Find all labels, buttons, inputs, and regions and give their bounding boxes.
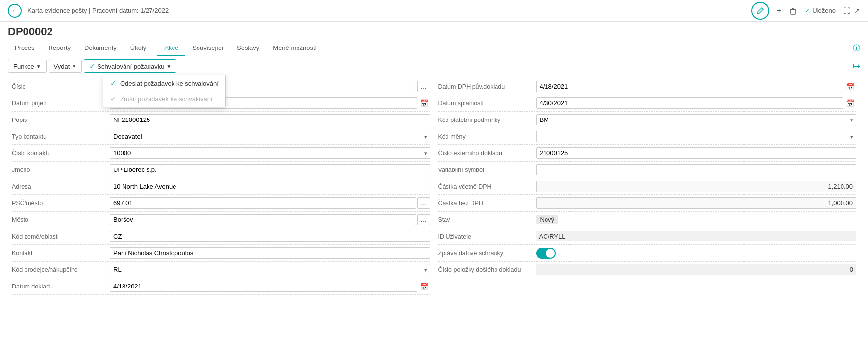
tab-mene[interactable]: Méně možností [266, 40, 323, 56]
mesto-dots-btn[interactable]: … [417, 214, 430, 225]
field-stav: Stav Nový [438, 212, 857, 228]
tab-bar: Proces Reporty Dokumenty Úkoly Akce Souv… [0, 40, 868, 56]
typ-kontaktu-select[interactable]: Dodavatel [110, 131, 430, 142]
toolbar: Funkce ▼ Vydat ▼ ✓ Schvalování požadavku… [0, 56, 868, 76]
check-outline-icon: ✓ [110, 95, 116, 103]
kod-prodejce-select[interactable]: RL [110, 264, 430, 275]
tab-separator [155, 43, 155, 53]
field-variabilni-symbol: Variabilní symbol [438, 162, 857, 178]
datum-prijeti-calendar-icon[interactable]: 📅 [418, 97, 430, 109]
field-cislo-kontaktu: Číslo kontaktu 10000 [12, 145, 430, 162]
back-button[interactable]: ← [8, 4, 22, 18]
datum-splatnosti-input[interactable] [536, 97, 843, 109]
tab-sestavy[interactable]: Sestavy [230, 40, 266, 56]
expand-buttons: ⛶ ↗ [843, 7, 860, 15]
top-bar-actions: + ✓ Uloženo ⛶ ↗ [751, 2, 860, 20]
form-left: Číslo … Datum přijetí 📅 Popis [8, 78, 434, 295]
chevron-down-icon: ▼ [36, 64, 41, 69]
datum-dokladu-input[interactable] [110, 281, 417, 292]
edit-button[interactable] [751, 2, 769, 20]
svg-rect-0 [791, 9, 795, 14]
datum-dokladu-calendar-icon[interactable]: 📅 [418, 281, 430, 292]
cislo-polozky-input [536, 264, 857, 275]
field-kod-prodejce: Kód prodejce/nákupčího RL [12, 262, 430, 278]
field-kod-meny: Kód měny [438, 128, 857, 145]
field-datum-splatnosti: Datum splatnosti 📅 [438, 95, 857, 112]
check-icon: ✓ [110, 79, 116, 87]
tab-dokumenty[interactable]: Dokumenty [77, 40, 124, 56]
field-typ-kontaktu: Typ kontaktu Dodavatel [12, 128, 430, 145]
field-id-uzivatele: ID Uživatele [438, 228, 857, 245]
field-datum-dokladu: Datum dokladu 📅 [12, 278, 430, 295]
field-adresa: Adresa [12, 178, 430, 195]
field-zprava-datove: Zpráva datové schránky [438, 245, 857, 262]
maximize-icon[interactable]: ↗ [854, 7, 860, 15]
funkce-button[interactable]: Funkce ▼ [8, 60, 47, 73]
field-popis: Popis [12, 112, 430, 128]
field-kod-platebni: Kód platební podmínky BM [438, 112, 857, 128]
tab-proces[interactable]: Proces [8, 40, 41, 56]
app-title: Karta evidence pošty | Pracovní datum: 1… [27, 7, 751, 14]
chevron-down-icon: ▼ [167, 64, 172, 69]
field-mesto: Město … [12, 212, 430, 228]
kod-meny-select[interactable] [536, 131, 857, 142]
chevron-down-icon: ▼ [72, 64, 76, 69]
kontakt-input[interactable] [110, 247, 430, 259]
add-button[interactable]: + [777, 6, 781, 15]
tab-reporty[interactable]: Reporty [41, 40, 77, 56]
vydat-button[interactable]: Vydat ▼ [49, 60, 82, 73]
cislo-dots-btn[interactable]: … [417, 81, 430, 92]
dropdown-item-zrusit[interactable]: ✓ Zrušit požadavek ke schvalování [103, 91, 225, 107]
pin-icon[interactable]: ↦ [853, 61, 860, 72]
document-id: DP00002 [0, 22, 868, 40]
field-jmeno: Jméno [12, 162, 430, 178]
mesto-input[interactable] [110, 214, 416, 225]
field-castka-bez-dph: Částka bez DPH [438, 195, 857, 212]
datum-splatnosti-calendar-icon[interactable]: 📅 [844, 97, 856, 109]
approval-icon: ✓ [89, 62, 95, 70]
form-right: Datum DPH pův.dokladu 📅 Datum splatnosti… [434, 78, 861, 295]
cislo-ext-input[interactable] [536, 147, 857, 159]
field-kod-zeme: Kód země/oblasti [12, 228, 430, 245]
status-badge: Nový [536, 215, 559, 224]
id-uzivatele-input [536, 231, 857, 241]
field-psc-mesto: PSČ/město … [12, 195, 430, 212]
field-datum-dph: Datum DPH pův.dokladu 📅 [438, 78, 857, 95]
expand-icon[interactable]: ⛶ [843, 7, 850, 15]
variabilni-symbol-input[interactable] [536, 164, 857, 175]
info-icon[interactable]: ⓘ [853, 44, 860, 53]
field-cislo-polozky: Číslo položky došlého dokladu [438, 262, 857, 278]
schvalovani-dropdown: ✓ Odeslat požadavek ke schvalování ✓ Zru… [103, 75, 226, 107]
jmeno-input[interactable] [110, 164, 430, 175]
tab-akce[interactable]: Akce [157, 40, 185, 56]
delete-button[interactable] [789, 7, 797, 15]
dropdown-item-odeslat[interactable]: ✓ Odeslat požadavek ke schvalování [103, 75, 225, 91]
tab-ukoly[interactable]: Úkoly [124, 40, 153, 56]
saved-label: ✓ Uloženo [805, 7, 836, 14]
cislo-kontaktu-select[interactable]: 10000 [110, 147, 430, 159]
field-castka-dph: Částka včetně DPH [438, 178, 857, 195]
field-cislo-ext: Číslo externího dokladu [438, 145, 857, 162]
form-area: Číslo … Datum přijetí 📅 Popis [0, 76, 868, 297]
psc-input[interactable] [110, 197, 416, 209]
field-kontakt: Kontakt [12, 245, 430, 262]
datum-dph-input[interactable] [536, 81, 843, 92]
toggle-knob [546, 249, 555, 258]
kod-zeme-input[interactable] [110, 231, 430, 242]
top-bar: ← Karta evidence pošty | Pracovní datum:… [0, 0, 868, 22]
datum-dph-calendar-icon[interactable]: 📅 [844, 81, 856, 92]
castka-bez-dph-input[interactable] [536, 197, 857, 209]
schvalovani-button[interactable]: ✓ Schvalování požadavku ▼ [84, 59, 176, 73]
kod-platebni-select[interactable]: BM [536, 114, 857, 125]
zprava-datove-toggle[interactable] [536, 248, 556, 259]
adresa-input[interactable] [110, 181, 430, 192]
castka-dph-input[interactable] [536, 181, 857, 192]
tab-souvisejici[interactable]: Související [185, 40, 230, 56]
popis-input[interactable] [110, 114, 430, 125]
psc-dots-btn[interactable]: … [417, 197, 430, 209]
